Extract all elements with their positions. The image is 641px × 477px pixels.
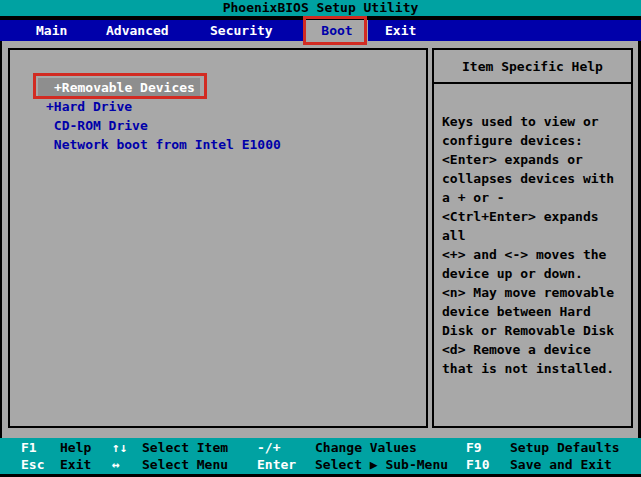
footer-key-f9: F9 (466, 439, 482, 457)
footer-desc-change-values: Change Values (315, 439, 417, 457)
title-bar: PhoenixBIOS Setup Utility (0, 0, 641, 16)
footer-key-leftright-arrows-icon: ↔ (112, 456, 120, 474)
footer-key-updown-arrows-icon: ↑↓ (112, 439, 128, 457)
footer-desc-help: Help (60, 439, 91, 457)
help-line: Keys used to view or (442, 112, 627, 131)
boot-item-removable-devices[interactable]: +Removable Devices (46, 78, 281, 97)
menu-bar: Main Advanced Security Boot Exit (0, 20, 641, 41)
footer-key-esc: Esc (21, 456, 44, 474)
help-panel-body: Keys used to view or configure devices: … (434, 84, 631, 378)
help-line: configure devices: (442, 131, 627, 150)
help-line: a + or - (442, 188, 627, 207)
footer-desc-exit: Exit (60, 456, 91, 474)
footer-key-enter: Enter (257, 456, 296, 474)
selected-item-highlight: +Removable Devices (38, 78, 200, 97)
menu-tab-advanced[interactable]: Advanced (106, 20, 169, 41)
content-area: +Removable Devices +Hard Drive CD-ROM Dr… (2, 41, 638, 438)
help-line: <d> Remove a device (442, 340, 627, 359)
footer-desc-select-submenu: Select ▶ Sub-Menu (315, 456, 448, 474)
help-line: <Enter> expands or (442, 150, 627, 169)
boot-item-cdrom-drive[interactable]: CD-ROM Drive (46, 116, 281, 135)
menu-tab-exit[interactable]: Exit (385, 20, 416, 41)
page-title: PhoenixBIOS Setup Utility (223, 0, 419, 15)
boot-order-list: +Removable Devices +Hard Drive CD-ROM Dr… (46, 78, 281, 154)
boot-item-network-boot[interactable]: Network boot from Intel E1000 (46, 135, 281, 154)
footer-key-f1: F1 (21, 439, 37, 457)
help-line: that is not installed. (442, 359, 627, 378)
footer-key-f10: F10 (466, 456, 489, 474)
menu-tab-boot[interactable]: Boot (306, 20, 368, 41)
menu-tab-main[interactable]: Main (36, 20, 67, 41)
footer-key-minus-plus: -/+ (257, 439, 280, 457)
boot-item-hard-drive[interactable]: +Hard Drive (46, 97, 281, 116)
help-panel-title: Item Specific Help (434, 50, 631, 84)
footer-desc-select-menu: Select Menu (142, 456, 228, 474)
help-line: collapses devices with (442, 169, 627, 188)
help-line: all (442, 226, 627, 245)
footer-row-1: F1 Help ↑↓ Select Item -/+ Change Values… (0, 439, 641, 457)
footer-desc-save-and-exit: Save and Exit (510, 456, 612, 474)
help-line: device between Hard (442, 302, 627, 321)
help-line: <+> and <-> moves the (442, 245, 627, 264)
help-line: device up or down. (442, 264, 627, 283)
help-line: <n> May move removable (442, 283, 627, 302)
help-line: Disk or Removable Disk (442, 321, 627, 340)
menu-tab-security[interactable]: Security (210, 20, 273, 41)
footer-desc-setup-defaults: Setup Defaults (510, 439, 620, 457)
help-line: <Ctrl+Enter> expands (442, 207, 627, 226)
boot-device-panel: +Removable Devices +Hard Drive CD-ROM Dr… (8, 48, 428, 428)
help-panel: Item Specific Help Keys used to view or … (432, 48, 633, 428)
footer-key-legend: F1 Help ↑↓ Select Item -/+ Change Values… (0, 438, 641, 474)
footer-desc-select-item: Select Item (142, 439, 228, 457)
footer-row-2: Esc Exit ↔ Select Menu Enter Select ▶ Su… (0, 456, 641, 474)
